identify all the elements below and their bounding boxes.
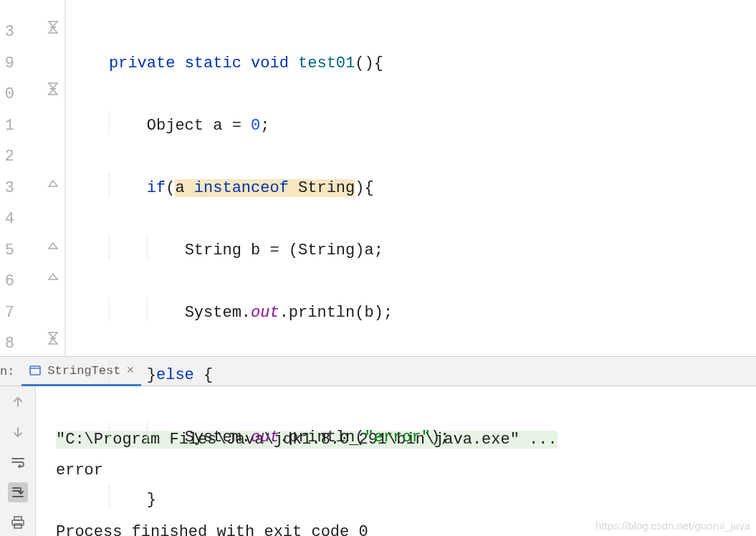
code-line: }: [109, 484, 756, 516]
svg-rect-7: [14, 524, 21, 528]
fold-column: [44, 0, 66, 356]
line-number: 1: [0, 110, 14, 142]
fold-end-icon[interactable]: [46, 176, 60, 188]
line-number: 5: [0, 235, 14, 267]
line-numbers: 3 9 0 1 2 3 4 5 6 7 8: [0, 0, 14, 360]
line-number: 7: [0, 297, 14, 329]
code-line: System.out.println(b);: [109, 297, 756, 329]
code-line: }else {: [109, 360, 756, 391]
scroll-to-end-icon[interactable]: [8, 482, 28, 502]
code-line: if(a instanceof String){: [109, 173, 756, 204]
code-line: System.out.println("error");: [109, 422, 756, 454]
line-number: 9: [0, 48, 14, 80]
run-tab-icon: [29, 364, 42, 377]
fold-minus-icon[interactable]: [46, 82, 60, 96]
svg-rect-3: [30, 366, 40, 375]
line-number: 0: [0, 79, 14, 110]
fold-minus-icon[interactable]: [46, 20, 60, 34]
console-line: error: [56, 461, 103, 479]
line-number: 8: [0, 328, 14, 360]
fold-end-icon[interactable]: [46, 239, 60, 250]
soft-wrap-icon[interactable]: [8, 452, 28, 472]
line-number: 3: [0, 16, 14, 48]
code-editor[interactable]: 3 9 0 1 2 3 4 5 6 7 8 private static voi…: [0, 0, 756, 356]
editor-gutter: 3 9 0 1 2 3 4 5 6 7 8: [0, 0, 66, 356]
fold-minus-icon[interactable]: [46, 331, 60, 345]
down-arrow-icon[interactable]: [8, 422, 28, 442]
line-number: 4: [0, 204, 14, 235]
line-number: 6: [0, 266, 14, 297]
line-number: 2: [0, 141, 14, 173]
line-number: 3: [0, 173, 14, 204]
print-icon[interactable]: [8, 512, 28, 532]
run-label: n:: [0, 365, 21, 378]
code-content[interactable]: private static void test01(){ Object a =…: [66, 0, 756, 356]
code-line: private static void test01(){: [109, 48, 756, 80]
code-line: String b = (String)a;: [109, 235, 756, 267]
fold-end-icon[interactable]: [46, 269, 60, 281]
run-toolbar: [0, 386, 36, 536]
code-line: Object a = 0;: [109, 110, 756, 142]
up-arrow-icon[interactable]: [8, 392, 28, 412]
watermark: https://blog.csdn.net/guorui_java: [595, 520, 750, 532]
